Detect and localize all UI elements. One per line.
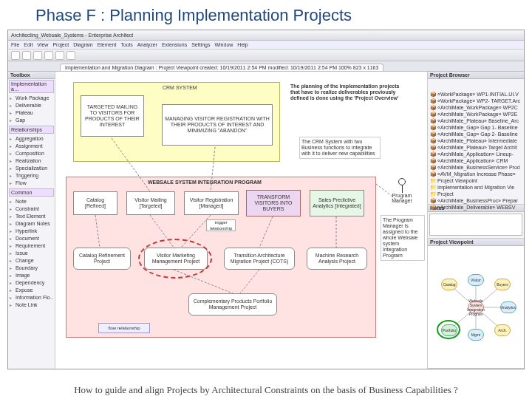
toolbox-item[interactable]: Assignment — [10, 143, 53, 150]
vp-node: Buyers — [494, 279, 511, 290]
menu-item[interactable]: Extensions — [162, 42, 187, 47]
toolbox-item[interactable]: Change — [10, 257, 53, 265]
toolbox-item[interactable]: Aggregation — [10, 135, 53, 143]
menu-item[interactable]: Project — [52, 42, 69, 47]
tree-item[interactable]: «ArchiMate_Application» CRM — [430, 157, 522, 164]
notes-area[interactable] — [429, 214, 522, 236]
menu-item[interactable]: Element — [98, 42, 117, 47]
toolbar-button[interactable] — [55, 51, 64, 60]
toolbox-item[interactable]: Composition — [10, 150, 53, 157]
tabstrip: Implementation and Migration Diagram : P… — [8, 61, 524, 72]
wp-research[interactable]: Machine Research Analysis Project — [307, 248, 367, 270]
menu-item[interactable]: Window — [214, 42, 233, 47]
menu-item[interactable]: Diagram — [73, 42, 92, 47]
vp-node: Arch. — [494, 324, 511, 336]
tree-item[interactable]: «ArchiMate_WorkPackage» WP2E — [430, 111, 522, 117]
toolbox-item[interactable]: Hyperlink — [10, 228, 53, 235]
tree-item[interactable]: «ArchiMate_Plateau» Baseline_Arc — [430, 117, 522, 124]
toolbox-group[interactable]: Implementation a… — [9, 80, 54, 93]
crm-box-registration[interactable]: MANAGING VISITOR REGISTRATION WITH THEIR… — [162, 104, 273, 146]
toolbox-item[interactable]: Gap — [10, 117, 53, 124]
menu-item[interactable]: Analyzer — [137, 42, 157, 47]
toolbox-item[interactable]: Expose — [10, 287, 53, 294]
toolbox-item[interactable]: Specialization — [10, 165, 53, 172]
toolbox-item[interactable]: Requirement — [10, 242, 53, 250]
tree-item[interactable]: «ArchiMate_Gap» Gap 1- Baseline — [430, 124, 522, 131]
toolbox-item[interactable]: Boundary — [10, 265, 53, 272]
goal-transform[interactable]: TRANSFORM VISITORS INTO BUYERS — [246, 190, 301, 216]
deliverable-mailing[interactable]: Visitor Mailing [Targeted] — [126, 191, 175, 215]
menu-item[interactable]: Help — [237, 42, 248, 47]
vp-node: Visitor — [468, 274, 484, 286]
toolbar-button[interactable] — [66, 51, 75, 60]
tree-item[interactable]: «ArchiMate_BusinessProc» Prepar — [430, 197, 522, 204]
tree-item[interactable]: «ArchiMate_BusinessService» Prod — [430, 164, 522, 171]
toolbox-item[interactable]: Document — [10, 235, 53, 242]
toolbar-button[interactable] — [22, 51, 31, 60]
tree-item[interactable]: «WorkPackage» WP1-INITIAL.UI.V — [430, 91, 522, 98]
menu-item[interactable]: File — [11, 42, 19, 47]
toolbox-item[interactable]: Deliverable — [10, 102, 53, 109]
tree-item[interactable]: «ArchiMate_Deliverable» WEBSV — [430, 204, 522, 211]
toolbar-button[interactable] — [33, 51, 42, 60]
tree-item[interactable]: «ArchiMate_Application» Lineup- — [430, 151, 522, 157]
wp-portfolio[interactable]: Complementary Products Portfolio Managem… — [188, 293, 277, 316]
tree-item[interactable]: «ArchiMate_Gap» Gap 2- Baseline — [430, 131, 522, 137]
highlight-circle — [138, 239, 212, 279]
toolbox-item[interactable]: Realization — [10, 157, 53, 165]
toolbox-item[interactable]: Text Element — [10, 213, 53, 220]
deliverable-registration[interactable]: Visitor Registration [Managed] — [184, 191, 239, 215]
toolbox-item[interactable]: Diagram Notes — [10, 220, 53, 228]
deliverable-analytics[interactable]: Sales Predictive Analytics [Integrated] — [310, 190, 364, 216]
menubar: File Edit View Project Diagram Element T… — [8, 41, 524, 50]
app-title: Architecting_Websale_Systems - Enterpris… — [11, 33, 133, 38]
toolbox-item[interactable]: Work Package — [10, 95, 53, 102]
menu-item[interactable]: View — [37, 42, 48, 47]
tree-item[interactable]: «ArchiMate_Plateau» Intermediate — [430, 137, 522, 144]
toolbox-item[interactable]: Information Flo… — [10, 294, 53, 301]
wp-transition[interactable]: Transition Architecture Migration Projec… — [224, 248, 295, 270]
deliverable-catalog[interactable]: Catalog [Refined] — [73, 191, 117, 215]
toolbox-header: Toolbox — [8, 72, 55, 79]
toolbox-item[interactable]: Image — [10, 272, 53, 279]
menu-item[interactable]: Tools — [120, 42, 132, 47]
annotation-crm-note: The CRM System with two Business functio… — [299, 137, 381, 159]
vp-highlight-circle — [437, 320, 460, 339]
program-manager-actor[interactable]: Program Manager — [383, 178, 420, 203]
toolbar-button[interactable] — [11, 51, 20, 60]
toolbox-item[interactable]: Issue — [10, 250, 53, 257]
menu-item[interactable]: Settings — [191, 42, 210, 47]
trigger-label: trigger relationship — [206, 219, 236, 231]
browser-btn[interactable] — [447, 81, 454, 88]
toolbox-item[interactable]: Triggering — [10, 172, 53, 180]
tree-item[interactable]: Implementation and Migration Vie — [430, 184, 522, 191]
toolbox-group[interactable]: Common — [9, 188, 54, 197]
toolbox-group[interactable]: Relationships — [9, 126, 54, 134]
menu-item[interactable]: Edit — [24, 42, 33, 47]
viewpoint-thumbnail[interactable]: Websale System Integration Program Catal… — [428, 246, 524, 368]
tree-item[interactable]: «ArchiMate_WorkPackage» WP2C — [430, 104, 522, 111]
diagram-tab[interactable]: Implementation and Migration Diagram : P… — [60, 64, 383, 71]
toolbar-button[interactable] — [44, 51, 53, 60]
wp-catalog[interactable]: Catalog Refinement Project — [73, 248, 131, 270]
tree-item[interactable]: «ArchiMate_Plateau» Target Archit — [430, 144, 522, 151]
project-tree[interactable]: «WorkPackage» WP1-INITIAL.UI.V «WorkPack… — [428, 89, 524, 212]
toolbox-item[interactable]: Constraint — [10, 205, 53, 213]
vp-node: Analytics — [500, 301, 516, 313]
toolbox-item[interactable]: Plateau — [10, 109, 53, 117]
tree-item[interactable]: «AVM_Migration Increase Phase» — [430, 171, 522, 177]
toolbox-item[interactable]: Note — [10, 198, 53, 205]
browser-btn[interactable] — [429, 81, 437, 88]
project-browser-header: Project Browser — [428, 72, 524, 79]
browser-btn[interactable] — [438, 81, 446, 88]
diagram-canvas[interactable]: CRM SYSTEM TARGETED MAILING TO VISITORS … — [55, 72, 428, 369]
tree-item[interactable]: «WorkPackage» WP2- TARGET.Arc — [430, 98, 522, 104]
crm-box-mailing[interactable]: TARGETED MAILING TO VISITORS FOR PRODUCT… — [81, 95, 144, 137]
app-window: Architecting_Websale_Systems - Enterpris… — [7, 30, 525, 369]
tree-item[interactable]: Project — [430, 191, 522, 197]
toolbox-item[interactable]: Note Link — [10, 301, 53, 309]
toolbox-item[interactable]: Flow — [10, 180, 53, 187]
flow-label: flow relationship — [98, 323, 150, 333]
tree-item[interactable]: Project Viewpoint — [430, 177, 522, 184]
toolbox-item[interactable]: Dependency — [10, 279, 53, 287]
